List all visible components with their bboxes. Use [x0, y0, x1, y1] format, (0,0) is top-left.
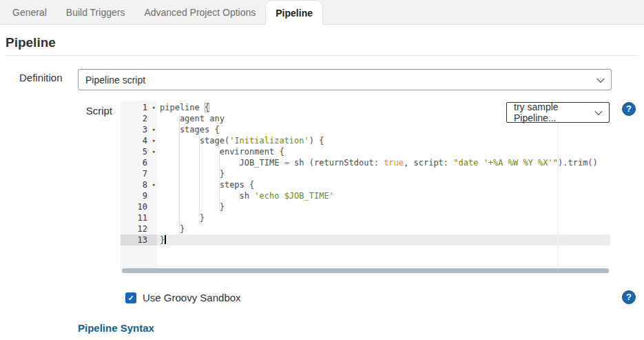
code-line[interactable]: sh 'echo $JOB_TIME' [157, 190, 610, 201]
code-token: sh [240, 191, 255, 201]
gutter-line-number[interactable]: 9 [121, 190, 157, 201]
indent-guides [160, 190, 240, 201]
scrollbar-thumb[interactable] [122, 268, 609, 273]
code-token: } [160, 235, 165, 245]
code-token: ) { [309, 136, 324, 146]
code-token: } [180, 224, 185, 234]
code-token: = [284, 158, 289, 168]
fold-arrow-icon[interactable]: ▾ [152, 179, 156, 190]
page-title: Pipeline [6, 35, 638, 50]
script-code-editor[interactable]: 1▾23▾4▾5▾678▾910111213 pipeline {agent a… [121, 101, 610, 274]
code-token: } [220, 169, 225, 179]
code-line[interactable]: stage('Initialization') { [157, 135, 610, 146]
sandbox-row: ✓ Use Groovy Sandbox [125, 292, 241, 303]
code-line[interactable]: steps { [157, 179, 610, 190]
definition-select[interactable]: Pipeline script [78, 69, 612, 90]
sandbox-help-icon[interactable]: ? [622, 290, 636, 304]
tab-pipeline[interactable]: Pipeline [265, 0, 323, 25]
editor-horizontal-scrollbar[interactable] [121, 268, 610, 274]
indent-guides [160, 223, 180, 234]
tab-build-triggers[interactable]: Build Triggers [56, 0, 135, 24]
gutter-line-number[interactable]: 5▾ [121, 146, 157, 157]
script-help-icon[interactable]: ? [622, 102, 636, 116]
try-sample-pipeline-value: try sample Pipeline... [514, 101, 591, 123]
indent-guides [160, 157, 240, 168]
indent-guides [160, 124, 180, 135]
definition-label: Definition [19, 72, 63, 83]
gutter-line-number[interactable]: 6 [121, 157, 157, 168]
code-line[interactable]: } [157, 234, 610, 246]
indent-guides [160, 146, 220, 157]
script-label: Script [78, 105, 112, 117]
indent-guides [160, 201, 220, 212]
code-token: sh (returnStdout: [289, 158, 384, 168]
try-sample-pipeline-select[interactable]: try sample Pipeline... [506, 102, 610, 123]
code-token: stages { [180, 125, 220, 134]
gutter-line-number[interactable]: 7 [121, 168, 157, 179]
code-line[interactable]: JOB_TIME = sh (returnStdout: true, scrip… [157, 157, 610, 168]
code-token: } [200, 213, 205, 223]
gutter-line-number[interactable]: 12 [121, 223, 157, 234]
code-token: 'Initialization' [229, 136, 309, 146]
text-cursor [165, 235, 166, 244]
code-token: { [205, 103, 209, 112]
editor-code-area[interactable]: pipeline {agent anystages {stage('Initia… [157, 101, 610, 268]
section-divider [6, 55, 638, 56]
gutter-line-number[interactable]: 4▾ [121, 135, 157, 146]
chevron-down-icon [594, 108, 602, 115]
code-token: pipeline [160, 103, 205, 112]
code-token: "date '+%A %W %Y %X'" [453, 158, 558, 168]
gutter-line-number[interactable]: 2 [121, 113, 157, 124]
fold-arrow-icon[interactable]: ▾ [152, 135, 156, 146]
code-line[interactable]: } [157, 212, 610, 223]
code-line[interactable]: environment { [157, 146, 610, 157]
code-token: ).trim() [558, 158, 598, 168]
gutter-line-number[interactable]: 11 [121, 212, 157, 223]
fold-arrow-icon[interactable]: ▾ [152, 124, 156, 135]
code-token: JOB_TIME [240, 158, 284, 168]
code-line[interactable]: } [157, 168, 610, 179]
tab-advanced-project-options[interactable]: Advanced Project Options [134, 0, 265, 24]
code-token: } [220, 202, 225, 212]
code-token: true [384, 158, 404, 168]
indent-guides [160, 113, 180, 124]
indent-guides [160, 179, 220, 190]
gutter-line-number[interactable]: 3▾ [121, 124, 157, 135]
chevron-down-icon [596, 74, 604, 82]
definition-select-value: Pipeline script [85, 74, 145, 86]
gutter-line-number[interactable]: 1▾ [121, 102, 157, 113]
code-line[interactable]: } [157, 223, 610, 234]
gutter-line-number[interactable]: 10 [121, 201, 157, 212]
fold-arrow-icon[interactable]: ▾ [152, 146, 156, 157]
indent-guides [160, 168, 220, 179]
code-token: agent any [180, 114, 225, 123]
code-token: , script: [404, 158, 453, 168]
code-line[interactable]: stages { [157, 124, 610, 135]
code-line[interactable]: } [157, 201, 610, 212]
editor-gutter: 1▾23▾4▾5▾678▾910111213 [121, 101, 157, 268]
code-token: environment { [220, 147, 284, 157]
gutter-line-number[interactable]: 8▾ [121, 179, 157, 190]
gutter-line-number[interactable]: 13 [121, 234, 157, 246]
pipeline-syntax-link[interactable]: Pipeline Syntax [78, 322, 154, 334]
tab-bar: GeneralBuild TriggersAdvanced Project Op… [0, 0, 644, 25]
tab-general[interactable]: General [3, 0, 56, 24]
use-groovy-sandbox-label: Use Groovy Sandbox [143, 292, 241, 303]
code-token: stage( [200, 136, 229, 146]
code-token: steps { [220, 180, 255, 190]
indent-guides [160, 212, 200, 223]
indent-guides [160, 135, 200, 146]
use-groovy-sandbox-checkbox[interactable]: ✓ [125, 292, 136, 303]
code-token: 'echo $JOB_TIME' [254, 191, 334, 201]
fold-arrow-icon[interactable]: ▾ [152, 102, 156, 113]
